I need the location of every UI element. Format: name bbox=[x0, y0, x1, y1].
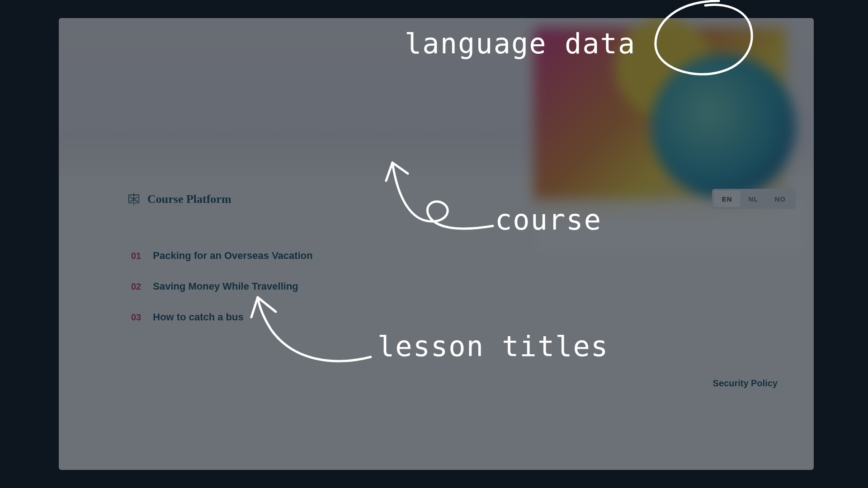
language-option-nl[interactable]: NL bbox=[741, 191, 767, 207]
lesson-index: 01 bbox=[131, 251, 141, 261]
lesson-item[interactable]: 03 How to catch a bus bbox=[131, 311, 814, 323]
lesson-title: Packing for an Overseas Vacation bbox=[153, 250, 312, 262]
app-window: INCOGNITO ⋮⋮⋮⋮ Course Platform EN NL NO … bbox=[59, 18, 814, 470]
hero-section bbox=[59, 18, 814, 176]
language-switcher: EN NL NO bbox=[712, 189, 796, 209]
lesson-index: 02 bbox=[131, 282, 141, 292]
brand-logo[interactable]: Course Platform bbox=[127, 192, 231, 206]
page-header: Course Platform EN NL NO bbox=[59, 176, 814, 209]
lesson-index: 03 bbox=[131, 312, 141, 323]
lesson-title: How to catch a bus bbox=[153, 311, 243, 323]
security-policy-link[interactable]: Security Policy bbox=[713, 378, 778, 389]
language-option-en[interactable]: EN bbox=[714, 191, 741, 207]
brand-name: Course Platform bbox=[147, 192, 231, 206]
lesson-item[interactable]: 02 Saving Money While Travelling bbox=[131, 281, 814, 292]
lesson-title: Saving Money While Travelling bbox=[153, 281, 298, 292]
language-option-no[interactable]: NO bbox=[767, 191, 794, 207]
brand-logo-icon bbox=[127, 192, 141, 206]
